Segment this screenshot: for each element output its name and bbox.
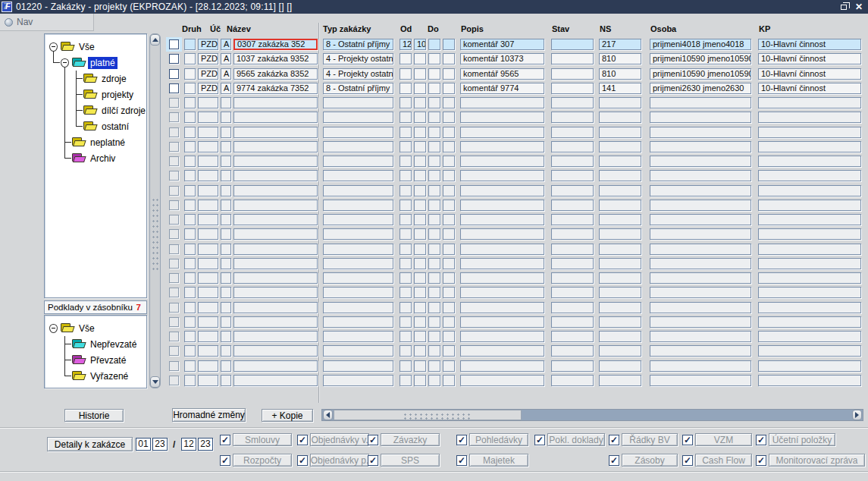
tree-item-dílčí-zdroje[interactable]: dílčí zdroje	[49, 102, 145, 118]
row-checkbox[interactable]	[169, 112, 179, 122]
tree-toggle-icon[interactable]	[49, 39, 60, 55]
row-checkbox[interactable]	[169, 376, 179, 385]
cell-do1[interactable]	[428, 244, 440, 255]
cell-kp[interactable]: 10-Hlavní činnost	[758, 68, 861, 80]
cell-uc[interactable]	[221, 185, 231, 196]
cell-c0[interactable]	[184, 127, 196, 138]
tree-item-projekty[interactable]: projekty	[49, 86, 145, 102]
cell-od2[interactable]	[414, 170, 426, 181]
cell-ns[interactable]	[599, 360, 641, 372]
tree-item-nepřevzaté[interactable]: Nepřevzaté	[49, 336, 145, 352]
cell-od1[interactable]	[400, 68, 412, 80]
cell-c0[interactable]	[184, 214, 196, 225]
cell-nazev[interactable]	[233, 272, 318, 284]
grid-vertical-scrollbar[interactable]	[149, 33, 161, 388]
cell-druh[interactable]	[198, 272, 218, 284]
cell-popis[interactable]	[460, 185, 544, 196]
cell-nazev[interactable]: 0307 zakázka 352	[233, 39, 318, 50]
detail-button-smlouvy[interactable]: Smlouvy	[233, 433, 292, 446]
cell-stav[interactable]	[551, 200, 594, 211]
cell-nazev[interactable]	[233, 258, 318, 269]
cell-od2[interactable]	[414, 331, 426, 342]
cell-ns[interactable]: 810	[599, 68, 641, 80]
detail-button-monitorovací-zpráva[interactable]: Monitorovací zpráva	[769, 454, 865, 467]
tree-item-platné[interactable]: platné	[49, 55, 145, 71]
cell-popis[interactable]	[460, 345, 544, 357]
cell-do1[interactable]	[428, 258, 440, 269]
row-checkbox[interactable]	[169, 259, 179, 269]
scroll-down-button[interactable]	[150, 376, 160, 388]
cell-druh[interactable]: PZD	[198, 39, 218, 50]
cell-ns[interactable]: 810	[599, 53, 641, 64]
cell-od1[interactable]	[400, 156, 412, 167]
cell-nazev[interactable]: 9565 zakázka 8352	[233, 68, 318, 80]
cell-typ[interactable]	[323, 185, 393, 196]
order-details-button[interactable]: Detaily k zakázce	[47, 437, 133, 451]
cell-uc[interactable]	[221, 170, 231, 181]
cell-uc[interactable]	[221, 375, 231, 386]
cell-ns[interactable]: 217	[599, 39, 641, 50]
cell-do2[interactable]	[443, 112, 455, 123]
cell-od2[interactable]	[414, 68, 426, 80]
cell-typ[interactable]	[323, 112, 393, 123]
cell-typ[interactable]	[323, 127, 393, 138]
cell-uc[interactable]: A	[221, 68, 231, 80]
cell-typ[interactable]	[323, 228, 393, 240]
cell-stav[interactable]	[551, 127, 594, 138]
cell-typ[interactable]	[323, 375, 393, 386]
cell-od2[interactable]	[414, 302, 426, 313]
cell-ns[interactable]	[599, 272, 641, 284]
cell-stav[interactable]	[551, 39, 594, 50]
cell-od1[interactable]	[400, 127, 412, 138]
row-checkbox[interactable]	[169, 156, 179, 166]
period-to-month-field[interactable]: 12	[181, 438, 196, 451]
cell-typ[interactable]: 4 - Projekty ostatní	[323, 68, 393, 80]
cell-nazev[interactable]	[233, 200, 318, 211]
cell-do2[interactable]	[443, 68, 455, 80]
cell-stav[interactable]	[551, 156, 594, 167]
row-checkbox[interactable]	[169, 288, 179, 297]
cell-osoba[interactable]	[650, 97, 751, 108]
cell-stav[interactable]	[551, 228, 594, 240]
row-checkbox[interactable]	[169, 215, 179, 225]
detail-button-řádky-bv[interactable]: Řádky BV	[622, 433, 678, 446]
cell-druh[interactable]	[198, 331, 218, 342]
cell-kp[interactable]	[758, 272, 861, 284]
cell-kp[interactable]	[758, 360, 861, 372]
cell-nazev[interactable]	[233, 316, 318, 328]
cell-ns[interactable]	[599, 302, 641, 313]
cell-osoba[interactable]	[650, 360, 751, 372]
cell-kp[interactable]	[758, 141, 861, 152]
cell-nazev[interactable]	[233, 112, 318, 123]
cell-nazev[interactable]	[233, 127, 318, 138]
cell-od2[interactable]	[414, 287, 426, 298]
cell-popis[interactable]: komentář 9774	[460, 83, 544, 94]
cell-do2[interactable]	[443, 170, 455, 181]
detail-button-účetní-položky[interactable]: Účetní položky	[769, 433, 835, 446]
cell-do1[interactable]	[428, 97, 440, 108]
cell-do2[interactable]	[443, 272, 455, 284]
cell-popis[interactable]	[460, 228, 544, 240]
cell-uc[interactable]: A	[221, 39, 231, 50]
cell-ns[interactable]	[599, 185, 641, 196]
detail-checkbox-monitorovací-zpráva[interactable]	[756, 455, 766, 466]
cell-typ[interactable]	[323, 302, 393, 313]
cell-do1[interactable]	[428, 228, 440, 240]
cell-c0[interactable]	[184, 331, 196, 342]
cell-od2[interactable]	[414, 316, 426, 328]
cell-do2[interactable]	[443, 214, 455, 225]
tree-item-převzaté[interactable]: Převzaté	[49, 352, 145, 368]
cell-do2[interactable]	[443, 39, 455, 50]
close-window-icon[interactable]: ✕	[853, 2, 865, 12]
cell-od1[interactable]	[400, 316, 412, 328]
history-button[interactable]: Historie	[64, 409, 124, 422]
cell-do1[interactable]	[428, 302, 440, 313]
cell-nazev[interactable]	[233, 141, 318, 152]
cell-ns[interactable]	[599, 258, 641, 269]
cell-popis[interactable]: komentář 10373	[460, 53, 544, 64]
cell-do1[interactable]	[428, 360, 440, 372]
cell-osoba[interactable]: prijmeni4018 jmeno4018	[650, 39, 751, 50]
cell-typ[interactable]	[323, 287, 393, 298]
cell-do1[interactable]	[428, 345, 440, 357]
cell-do2[interactable]	[443, 316, 455, 328]
